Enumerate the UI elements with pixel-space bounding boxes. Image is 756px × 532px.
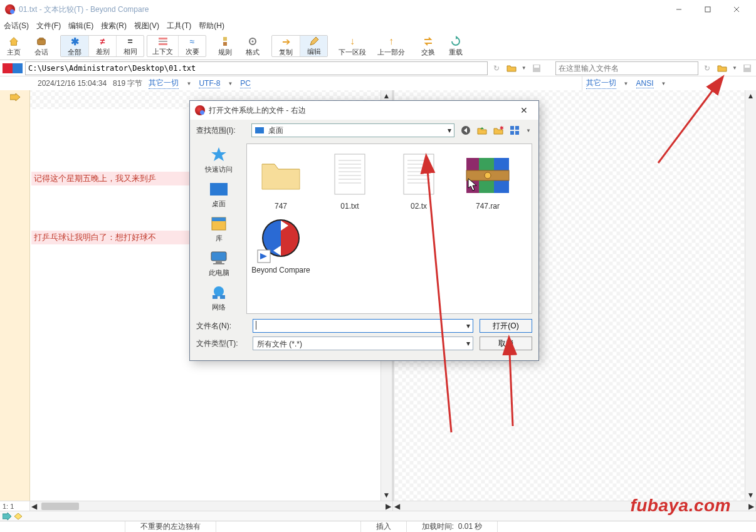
svg-marker-4 xyxy=(10,38,18,46)
tool-home[interactable]: 主页 xyxy=(0,33,28,60)
left-history-icon[interactable]: ↻ xyxy=(490,62,503,75)
file-list[interactable]: 747 01.txt 02.tx 747.rar xyxy=(246,143,532,314)
menu-edit[interactable]: 编辑(E) xyxy=(68,21,93,31)
close-button[interactable] xyxy=(722,0,751,19)
minimize-button[interactable] xyxy=(664,0,693,19)
right-vscroll[interactable]: ▲▼ xyxy=(745,90,756,501)
tool-session[interactable]: 会话 xyxy=(28,33,55,60)
svg-marker-20 xyxy=(10,93,20,101)
svg-rect-36 xyxy=(211,252,226,261)
svg-rect-9 xyxy=(159,43,167,45)
tool-swap[interactable]: 交换 xyxy=(414,33,442,60)
left-platform-link[interactable]: PC xyxy=(240,79,251,88)
menu-session[interactable]: 会话(S) xyxy=(4,21,29,31)
menu-tools[interactable]: 工具(T) xyxy=(167,21,191,31)
app-logo-icon xyxy=(5,4,15,14)
right-encoding-link[interactable]: ANSI xyxy=(636,79,654,88)
right-path-input[interactable] xyxy=(555,61,698,75)
tool-format[interactable]: 格式 xyxy=(239,33,266,60)
tool-prev-section[interactable]: ↑上一部分 xyxy=(372,33,411,60)
dialog-titlebar: 打开文件系统上的文件 - 右边 ✕ xyxy=(190,101,538,120)
dialog-app-icon xyxy=(195,105,205,115)
open-button[interactable]: 打开(O) xyxy=(480,319,532,333)
svg-marker-68 xyxy=(468,179,476,190)
file-beyond-compare[interactable]: Beyond Compare xyxy=(249,213,312,274)
right-save-icon[interactable] xyxy=(741,62,753,75)
left-open-dropdown[interactable]: ▼ xyxy=(520,65,528,71)
marker-arrow-icon xyxy=(3,513,11,520)
place-thispc[interactable]: 此电脑 xyxy=(208,249,229,278)
lookin-combo[interactable]: 桌面 ▾ xyxy=(251,123,454,137)
dialog-close-button[interactable]: ✕ xyxy=(515,105,533,115)
tool-diff[interactable]: ≠差别 xyxy=(88,36,116,56)
tool-same[interactable]: =相同 xyxy=(116,36,144,56)
maximize-button[interactable] xyxy=(693,0,722,19)
svg-text:✱: ✱ xyxy=(500,125,503,131)
left-misc-link[interactable]: 其它一切 xyxy=(149,78,179,89)
status-left-only: 不重要的左边独有 xyxy=(125,521,216,532)
right-open-folder-icon[interactable] xyxy=(716,62,728,75)
cancel-button[interactable]: 取消 xyxy=(480,336,532,350)
place-desktop[interactable]: 桌面 xyxy=(208,180,229,209)
filetype-label: 文件类型(T): xyxy=(196,338,246,349)
window-title: 01.txt - 文本比较(T) - Beyond Compare xyxy=(19,4,664,15)
left-save-icon[interactable] xyxy=(530,62,543,75)
status-insert: 插入 xyxy=(361,521,407,532)
cursor-icon xyxy=(468,178,479,192)
menu-search[interactable]: 搜索(R) xyxy=(101,21,127,31)
left-open-folder-icon[interactable] xyxy=(505,62,518,75)
overview-gutter[interactable] xyxy=(0,90,30,501)
svg-rect-17 xyxy=(534,65,539,68)
left-hscroll[interactable]: ◀▶ xyxy=(30,501,393,511)
svg-rect-7 xyxy=(159,38,167,39)
tool-next-section[interactable]: ↓下一区段 xyxy=(333,33,372,60)
filetype-select[interactable]: 所有文件 (*.*)▾ xyxy=(253,336,473,350)
place-network[interactable]: 网络 xyxy=(208,284,229,312)
file-747-rar[interactable]: 747.rar xyxy=(456,149,519,211)
right-open-dropdown[interactable]: ▼ xyxy=(731,65,738,71)
svg-rect-11 xyxy=(223,42,227,46)
place-libraries[interactable]: 库 xyxy=(208,215,229,243)
place-quickaccess[interactable]: 快速访问 xyxy=(205,146,233,174)
menu-file[interactable]: 文件(F) xyxy=(36,21,61,31)
new-folder-icon[interactable]: ✱ xyxy=(492,124,505,137)
tool-all[interactable]: ✱全部 xyxy=(61,36,88,56)
svg-rect-19 xyxy=(745,65,750,68)
right-history-icon[interactable]: ↻ xyxy=(701,62,713,75)
tool-reload[interactable]: 重载 xyxy=(442,33,470,60)
status-bar: 不重要的左边独有 插入 加载时间: 0.01 秒 xyxy=(0,521,756,532)
lookin-label: 查找范围(I): xyxy=(196,125,246,136)
tool-context[interactable]: 上下文 xyxy=(147,36,178,56)
right-misc-link[interactable]: 其它一切 xyxy=(586,78,616,89)
view-menu-icon[interactable] xyxy=(508,124,521,137)
menu-view[interactable]: 视图(V) xyxy=(134,21,159,31)
tool-minor[interactable]: ≈次要 xyxy=(178,36,206,56)
svg-marker-32 xyxy=(211,147,226,161)
left-size: 819 字节 xyxy=(113,78,142,89)
svg-rect-1 xyxy=(705,7,710,12)
svg-rect-23 xyxy=(255,127,264,133)
svg-rect-8 xyxy=(159,41,167,42)
menu-help[interactable]: 帮助(H) xyxy=(199,21,224,31)
up-folder-icon[interactable] xyxy=(476,124,488,137)
svg-point-62 xyxy=(485,172,491,179)
svg-rect-37 xyxy=(216,261,222,263)
file-folder-747[interactable]: 747 xyxy=(249,149,312,211)
filename-label: 文件名(N): xyxy=(196,321,246,331)
tool-rules[interactable]: 规则 xyxy=(211,33,239,60)
left-encoding-link[interactable]: UTF-8 xyxy=(199,79,220,88)
svg-rect-41 xyxy=(220,295,225,299)
tool-copy[interactable]: ➔复制 xyxy=(272,36,300,56)
left-path-input[interactable] xyxy=(25,61,488,75)
filename-input[interactable]: ▾ xyxy=(253,319,473,333)
svg-rect-38 xyxy=(213,263,224,264)
file-01-txt[interactable]: 01.txt xyxy=(318,149,381,211)
places-bar: 快速访问 桌面 库 此电脑 网络 xyxy=(196,143,241,314)
gutter-arrow-icon xyxy=(10,93,20,102)
file-02-txt[interactable]: 02.tx xyxy=(387,149,450,211)
tool-edit[interactable]: 编辑 xyxy=(300,36,327,56)
svg-point-39 xyxy=(214,286,224,296)
svg-rect-31 xyxy=(515,131,519,135)
back-icon[interactable] xyxy=(459,124,472,137)
left-date: 2024/12/16 15:04:34 xyxy=(38,79,107,88)
